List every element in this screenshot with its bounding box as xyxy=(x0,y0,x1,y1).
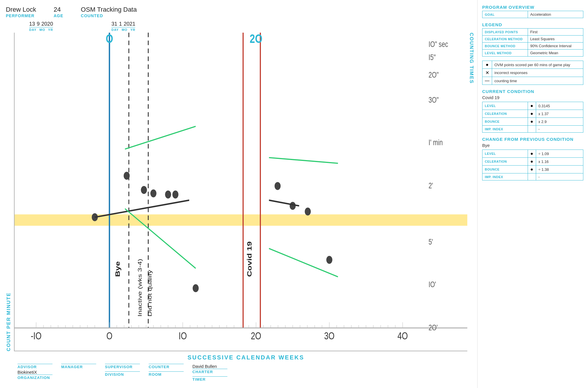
program-overview-title: PROGRAM OVERVIEW xyxy=(482,5,583,10)
legend-title: LEGEND xyxy=(482,22,583,27)
bounce-method-row: BOUNCE METHOD 90% Confidence Interval xyxy=(482,43,583,50)
svg-text:3O": 3O" xyxy=(429,95,439,104)
date-end: 31 1 2021 DAY MO YR xyxy=(111,21,135,31)
supervisor-field: SUPERVISOR DIVISION xyxy=(105,364,140,382)
svg-point-96 xyxy=(165,191,171,199)
legend-icon-0: ● xyxy=(482,61,492,69)
counted-label: COUNTED xyxy=(81,13,137,18)
current-bounce-value: x 2.9 xyxy=(536,118,583,126)
advisor-field: ADVISOR BiokinetiX ORGANIZATION xyxy=(17,364,52,382)
legend-icon-1: ✕ xyxy=(482,69,492,77)
date-row: 13 9 2020 DAY MO YR 31 1 2021 DAY MO YR xyxy=(29,21,474,31)
change-imp-value: - xyxy=(536,173,583,180)
change-imp-dot xyxy=(528,173,536,180)
svg-text:3O: 3O xyxy=(324,330,335,341)
date-end-day: 31 xyxy=(111,21,117,27)
svg-point-102 xyxy=(290,202,296,210)
svg-point-94 xyxy=(141,186,147,194)
legend-icons: ● OVM points scored per 60 mins of game … xyxy=(482,61,583,85)
svg-text:O: O xyxy=(106,33,113,45)
current-imp-dot xyxy=(528,126,536,133)
svg-rect-1 xyxy=(15,214,467,226)
svg-rect-0 xyxy=(15,33,467,351)
current-level-row: LEVEL ● 0.3145 xyxy=(482,102,583,110)
date-start-labels: DAY MO YR xyxy=(29,27,53,31)
advisor-value: BiokinetiX xyxy=(17,370,52,375)
change-imp-label: IMP. INDEX xyxy=(482,173,528,180)
svg-point-98 xyxy=(193,284,199,292)
svg-text:2O: 2O xyxy=(250,33,262,45)
x-axis-area: SUCCESSIVE CALENDAR WEEKS xyxy=(17,351,474,361)
legend-text-1: incorrect responses xyxy=(492,69,583,77)
date-end-labels: DAY MO YR xyxy=(111,27,135,31)
displayed-points-row: DISPLAYED POINTS First xyxy=(482,29,583,36)
counter-field: COUNTER ROOM xyxy=(149,364,184,382)
change-condition-name: Bye xyxy=(482,143,583,148)
date-end-yr-label: YR xyxy=(130,28,135,31)
date-start-yr-label: YR xyxy=(48,28,53,31)
supervisor-label: SUPERVISOR xyxy=(105,364,140,369)
manager-field: MANAGER xyxy=(61,364,96,382)
svg-text:IO': IO' xyxy=(429,280,436,289)
svg-text:2O': 2O' xyxy=(429,323,438,332)
right-panel: PROGRAM OVERVIEW GOAL Acceleration LEGEN… xyxy=(477,0,588,388)
svg-point-93 xyxy=(124,172,130,180)
legend-text-2: counting time xyxy=(492,77,583,85)
date-end-nums: 31 1 2021 xyxy=(111,21,135,27)
svg-text:IO: IO xyxy=(179,330,187,341)
current-condition-section: CURRENT CONDITION Covid 19 LEVEL ● 0.314… xyxy=(482,89,583,133)
advisor-label: ADVISOR xyxy=(17,364,52,369)
celeration-method-row: CELERATION METHOD Least Squares xyxy=(482,36,583,43)
change-level-value: ÷ 1.09 xyxy=(536,150,583,158)
change-celeration-value: x 1.16 xyxy=(536,158,583,166)
level-method-value: Geometric Mean xyxy=(528,50,583,57)
counter-label: COUNTER xyxy=(149,364,184,369)
right-axis-label: COUNTING TIMES xyxy=(468,33,474,351)
svg-text:Did not qualify: Did not qualify xyxy=(147,270,153,317)
celeration-method-label: CELERATION METHOD xyxy=(482,36,528,43)
manager-label: MANAGER xyxy=(61,364,96,369)
change-level-dot: ● xyxy=(528,150,536,158)
svg-text:-IO: -IO xyxy=(31,330,41,341)
level-method-row: LEVEL METHOD Geometric Mean xyxy=(482,50,583,57)
division-label: DIVISION xyxy=(105,371,140,377)
current-imp-label: IMP. INDEX xyxy=(482,126,528,133)
change-bounce-label: BOUNCE xyxy=(482,166,528,173)
change-table: LEVEL ● ÷ 1.09 CELERATION ● x 1.16 BOUNC… xyxy=(482,150,583,180)
svg-text:2O": 2O" xyxy=(429,70,439,79)
svg-text:IO" sec: IO" sec xyxy=(429,40,448,48)
chart-area: Drew Lock PERFORMER 24 AGE OSM Tracking … xyxy=(0,0,477,388)
date-end-yr: 2021 xyxy=(124,21,135,27)
date-start-mo: 9 xyxy=(37,21,40,27)
room-label: ROOM xyxy=(149,371,184,377)
date-start-yr: 2020 xyxy=(41,21,53,27)
goal-value: Acceleration xyxy=(528,11,583,18)
current-level-dot: ● xyxy=(528,102,536,110)
age-field: 24 AGE xyxy=(54,6,63,18)
y-axis-label: COUNT PER MINUTE xyxy=(6,33,12,351)
displayed-points-label: DISPLAYED POINTS xyxy=(482,29,528,36)
svg-text:2': 2' xyxy=(429,181,433,190)
organization-label: ORGANIZATION xyxy=(17,375,52,380)
charter-label: CHARTER xyxy=(192,369,227,374)
date-end-mo-label: MO xyxy=(122,28,127,31)
svg-text:5': 5' xyxy=(429,237,433,246)
svg-point-97 xyxy=(172,191,178,199)
chart-inner: -IO O IO 2O 3O 4O O 2O xyxy=(14,33,467,351)
counted-field: OSM Tracking Data COUNTED xyxy=(81,6,137,18)
date-start-nums: 13 9 2020 xyxy=(29,21,53,27)
current-celeration-dot: ● xyxy=(528,110,536,118)
footer-area: ADVISOR BiokinetiX ORGANIZATION MANAGER … xyxy=(17,364,474,385)
performer-name: Drew Lock xyxy=(6,6,36,13)
legend-icons-table: ● OVM points scored per 60 mins of game … xyxy=(482,61,583,85)
current-celeration-row: CELERATION ● x 1.37 xyxy=(482,110,583,118)
change-celeration-row: CELERATION ● x 1.16 xyxy=(482,158,583,166)
performer-label: PERFORMER xyxy=(6,13,36,18)
charter-person: David Bullen xyxy=(192,364,227,369)
legend-text-0: OVM points scored per 60 mins of game pl… xyxy=(492,61,583,69)
date-start-mo-label: MO xyxy=(39,28,45,31)
svg-text:Inactive (wks 3-4): Inactive (wks 3-4) xyxy=(137,259,143,317)
displayed-points-value: First xyxy=(528,29,583,36)
date-end-day-label: DAY xyxy=(111,28,119,31)
age-value: 24 xyxy=(54,6,63,13)
